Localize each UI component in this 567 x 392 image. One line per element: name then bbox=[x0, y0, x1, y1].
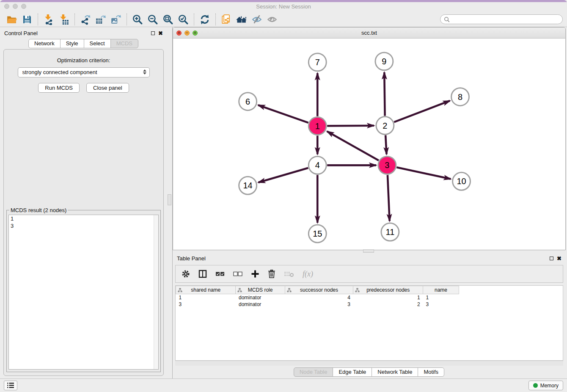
export-network-button[interactable] bbox=[78, 13, 93, 26]
table-cell[interactable]: 1 bbox=[353, 294, 423, 301]
tab-style[interactable]: Style bbox=[60, 39, 84, 48]
result-scrollbar[interactable] bbox=[154, 215, 158, 369]
graph-edge-2-8[interactable] bbox=[394, 101, 450, 122]
open-session-button[interactable] bbox=[219, 13, 234, 26]
splitter-grabber[interactable] bbox=[363, 249, 374, 253]
import-network-button[interactable] bbox=[41, 13, 56, 26]
column-header-MCDS-role[interactable]: MCDS role bbox=[236, 286, 285, 294]
zoom-fit-button[interactable] bbox=[160, 13, 176, 26]
graph-node-3[interactable]: 3 bbox=[378, 156, 396, 174]
column-header-successor-nodes[interactable]: successor nodes bbox=[285, 286, 353, 294]
table-cell[interactable]: 3 bbox=[176, 301, 236, 308]
network-graph[interactable]: 7968124314101511 bbox=[173, 39, 565, 250]
table-cell[interactable]: 3 bbox=[423, 301, 459, 308]
graph-edge-3-1[interactable] bbox=[327, 131, 379, 160]
mcds-result-list[interactable]: 13 bbox=[8, 215, 159, 370]
graph-node-6[interactable]: 6 bbox=[239, 93, 257, 110]
hide-panels-button[interactable] bbox=[249, 13, 264, 26]
add-column-button[interactable] bbox=[251, 270, 259, 278]
float-panel-icon[interactable] bbox=[550, 257, 553, 260]
zoom-selected-button[interactable] bbox=[176, 13, 191, 26]
graph-edge-2-9[interactable] bbox=[384, 72, 385, 116]
network-close-button[interactable]: × bbox=[176, 30, 182, 36]
tab-edge-table[interactable]: Edge Table bbox=[333, 367, 372, 377]
criterion-select[interactable]: strongly connected component bbox=[18, 67, 150, 77]
home-button[interactable] bbox=[234, 13, 249, 26]
main-toolbar bbox=[0, 12, 567, 27]
tab-mcds[interactable]: MCDS bbox=[110, 39, 138, 48]
graph-edge-4-14[interactable] bbox=[259, 168, 308, 182]
graph-node-9[interactable]: 9 bbox=[375, 52, 393, 70]
table-cell[interactable]: dominator bbox=[236, 294, 285, 301]
table-cell[interactable]: dominator bbox=[236, 301, 285, 308]
search-field[interactable] bbox=[440, 14, 563, 24]
graph-node-7[interactable]: 7 bbox=[308, 53, 326, 71]
tab-network-table[interactable]: Network Table bbox=[372, 367, 418, 377]
table-cell[interactable]: 2 bbox=[353, 301, 423, 308]
show-columns-button[interactable] bbox=[198, 270, 207, 278]
save-session-button[interactable] bbox=[19, 13, 35, 26]
column-header-predecessor-nodes[interactable]: predecessor nodes bbox=[353, 286, 423, 294]
window-titlebar: Session: New Session bbox=[0, 2, 567, 12]
table-hscrollbar[interactable] bbox=[175, 361, 563, 366]
column-header-name[interactable]: name bbox=[423, 286, 459, 294]
network-canvas[interactable]: 7968124314101511 bbox=[173, 39, 565, 250]
graph-node-label: 4 bbox=[315, 160, 320, 170]
table-row[interactable]: 1dominator411 bbox=[176, 294, 459, 301]
eye-slash-icon bbox=[251, 14, 262, 25]
zoom-in-button[interactable] bbox=[130, 13, 145, 26]
tab-motifs[interactable]: Motifs bbox=[418, 367, 444, 377]
import-table-button[interactable] bbox=[56, 13, 72, 26]
task-history-button[interactable] bbox=[4, 381, 17, 390]
table-cell[interactable]: 4 bbox=[285, 294, 353, 301]
show-panels-button[interactable] bbox=[264, 13, 280, 26]
select-all-button[interactable] bbox=[215, 271, 225, 277]
splitter-grabber[interactable] bbox=[168, 194, 171, 205]
float-panel-icon[interactable] bbox=[151, 31, 155, 35]
checked-boxes-icon bbox=[215, 271, 225, 277]
mcds-result-lines: 13 bbox=[9, 215, 158, 229]
horizontal-splitter[interactable] bbox=[173, 250, 566, 252]
unchecked-boxes-icon bbox=[233, 271, 242, 277]
network-maximize-button[interactable]: + bbox=[193, 30, 198, 36]
tab-network[interactable]: Network bbox=[28, 39, 61, 48]
graph-edge-3-11[interactable] bbox=[388, 175, 390, 221]
graph-edge-2-3[interactable] bbox=[385, 135, 386, 154]
graph-node-1[interactable]: 1 bbox=[308, 117, 326, 135]
close-panel-button[interactable]: Close panel bbox=[86, 83, 129, 93]
zoom-out-button[interactable] bbox=[145, 13, 160, 26]
table-cell[interactable]: 1 bbox=[423, 294, 459, 301]
tab-node-table[interactable]: Node Table bbox=[294, 367, 333, 377]
memory-button[interactable]: Memory bbox=[528, 381, 563, 390]
graph-node-8[interactable]: 8 bbox=[451, 88, 469, 106]
column-header-shared-name[interactable]: shared name bbox=[176, 286, 236, 294]
graph-node-label: 14 bbox=[243, 181, 253, 190]
table-cell[interactable]: 3 bbox=[285, 301, 353, 308]
export-table-button[interactable] bbox=[93, 13, 108, 26]
graph-node-2[interactable]: 2 bbox=[376, 117, 394, 135]
export-image-button[interactable] bbox=[108, 13, 124, 26]
network-minimize-button[interactable]: − bbox=[184, 30, 190, 36]
graph-node-4[interactable]: 4 bbox=[308, 156, 326, 174]
open-file-button[interactable] bbox=[4, 13, 19, 26]
graph-node-14[interactable]: 14 bbox=[239, 177, 257, 194]
graph-node-10[interactable]: 10 bbox=[453, 172, 471, 190]
close-panel-icon[interactable]: ✖ bbox=[158, 30, 163, 36]
run-mcds-button[interactable]: Run MCDS bbox=[38, 83, 80, 93]
deselect-all-button[interactable] bbox=[233, 271, 242, 277]
tab-select[interactable]: Select bbox=[84, 39, 111, 48]
table-settings-button[interactable] bbox=[182, 270, 190, 278]
refresh-button[interactable] bbox=[197, 13, 212, 26]
close-panel-icon[interactable]: ✖ bbox=[557, 256, 561, 261]
search-input[interactable] bbox=[450, 16, 559, 22]
table-row[interactable]: 3dominator323 bbox=[176, 301, 459, 308]
graph-edge-1-6[interactable] bbox=[258, 105, 308, 123]
graph-edge-1-2[interactable] bbox=[327, 126, 374, 126]
network-view-window: × − + scc.txt 7968124314101511 bbox=[173, 27, 566, 250]
graph-node-11[interactable]: 11 bbox=[381, 223, 399, 241]
table-cell[interactable]: 1 bbox=[176, 294, 236, 301]
graph-edge-3-10[interactable] bbox=[396, 167, 451, 179]
delete-row-button[interactable] bbox=[268, 270, 275, 278]
graph-node-15[interactable]: 15 bbox=[308, 225, 326, 243]
vertical-splitter[interactable] bbox=[167, 27, 173, 378]
